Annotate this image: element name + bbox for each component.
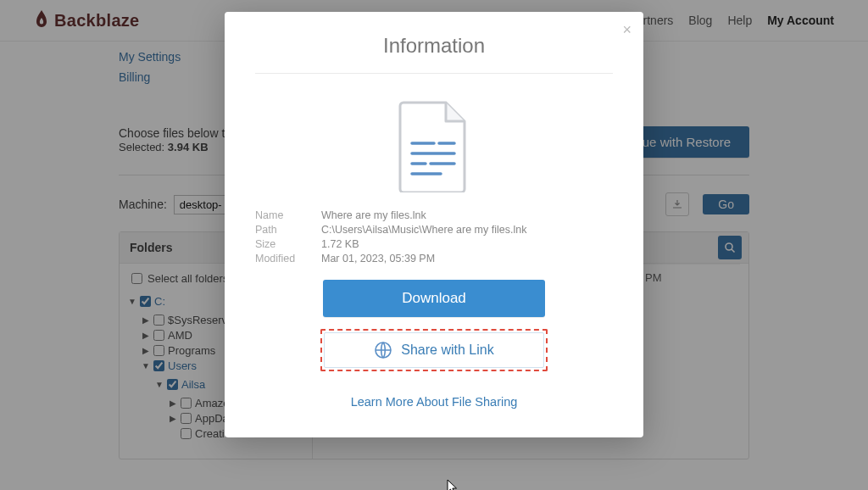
modal-title: Information [255,29,613,74]
download-button[interactable]: Download [323,280,545,317]
close-button[interactable]: × [622,22,632,37]
meta-path-key: Path [255,224,321,236]
meta-mod-key: Modified [255,253,321,264]
share-with-link-button[interactable]: Share with Link [324,332,544,368]
file-icon [255,99,613,192]
file-meta: NameWhere are my files.lnk PathC:\Users\… [255,209,613,264]
globe-icon [374,341,392,359]
meta-size-val: 1.72 KB [321,238,359,250]
meta-mod-val: Mar 01, 2023, 05:39 PM [321,253,435,264]
learn-more-link[interactable]: Learn More About File Sharing [255,395,613,409]
meta-path-val: C:\Users\Ailsa\Music\Where are my files.… [321,224,526,236]
meta-size-key: Size [255,238,321,250]
modal-overlay[interactable]: × Information NameWhere are my files.lnk… [0,0,868,490]
meta-name-key: Name [255,209,321,221]
share-label: Share with Link [401,342,493,358]
info-modal: × Information NameWhere are my files.lnk… [225,12,643,437]
share-button-highlight: Share with Link [320,329,548,371]
meta-name-val: Where are my files.lnk [321,209,426,221]
